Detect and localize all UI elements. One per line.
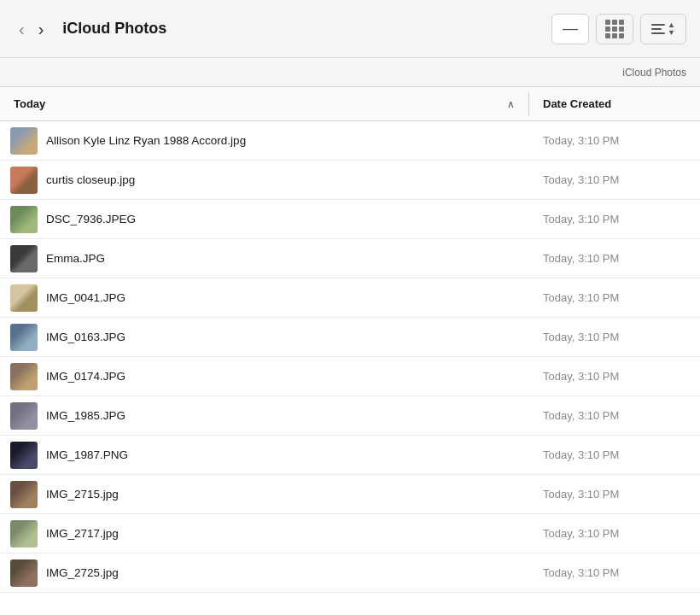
- file-thumbnail: [10, 284, 38, 312]
- file-info: IMG_2717.jpg: [0, 520, 529, 548]
- file-thumbnail: [10, 167, 38, 194]
- file-thumbnail: [10, 559, 38, 587]
- minimize-icon: —: [563, 20, 578, 38]
- table-row[interactable]: IMG_2717.jpg Today, 3:10 PM: [0, 514, 700, 554]
- date-column-header[interactable]: Date Created: [529, 97, 700, 110]
- file-thumbnail: [10, 245, 38, 272]
- toolbar: ‹ › iCloud Photos — ▲ ▼: [0, 0, 700, 58]
- forward-button[interactable]: ›: [33, 17, 50, 41]
- file-name: IMG_2725.jpg: [46, 566, 119, 579]
- file-thumbnail: [10, 324, 38, 351]
- file-thumbnail: [10, 206, 38, 233]
- file-name: Emma.JPG: [46, 252, 105, 265]
- file-name: IMG_0041.JPG: [46, 291, 125, 304]
- file-date: Today, 3:10 PM: [529, 566, 700, 579]
- file-date: Today, 3:10 PM: [529, 331, 700, 343]
- file-info: IMG_2725.jpg: [0, 559, 529, 587]
- file-date: Today, 3:10 PM: [529, 527, 700, 540]
- file-date: Today, 3:10 PM: [529, 370, 700, 383]
- file-name: IMG_2717.jpg: [46, 527, 119, 540]
- file-info: IMG_0041.JPG: [0, 284, 529, 312]
- file-date: Today, 3:10 PM: [529, 213, 700, 226]
- file-info: IMG_2715.jpg: [0, 481, 529, 508]
- file-thumbnail: [10, 520, 38, 548]
- file-date: Today, 3:10 PM: [529, 448, 700, 461]
- grid-view-button[interactable]: [596, 14, 633, 44]
- file-info: curtis closeup.jpg: [0, 167, 529, 194]
- location-text: iCloud Photos: [622, 67, 686, 79]
- table-row[interactable]: IMG_0174.JPG Today, 3:10 PM: [0, 357, 700, 396]
- file-date: Today, 3:10 PM: [529, 134, 700, 147]
- name-column-header[interactable]: Today ∧: [0, 97, 528, 110]
- file-name: curtis closeup.jpg: [46, 173, 135, 186]
- table-row[interactable]: IMG_1985.JPG Today, 3:10 PM: [0, 396, 700, 436]
- list-sort-button[interactable]: ▲ ▼: [640, 14, 686, 44]
- back-button[interactable]: ‹: [14, 17, 30, 41]
- file-info: IMG_1985.JPG: [0, 402, 529, 430]
- table-row[interactable]: IMG_2725.jpg Today, 3:10 PM: [0, 554, 700, 593]
- table-row[interactable]: IMG_1987.PNG Today, 3:10 PM: [0, 436, 700, 475]
- name-column-label: Today: [14, 97, 45, 110]
- file-info: IMG_0174.JPG: [0, 363, 529, 390]
- file-name: IMG_2715.jpg: [46, 488, 119, 501]
- file-name: IMG_0163.JPG: [46, 331, 125, 343]
- file-info: IMG_0163.JPG: [0, 324, 529, 351]
- sort-direction-icon: ∧: [507, 98, 515, 110]
- table-row[interactable]: IMG_2715.jpg Today, 3:10 PM: [0, 475, 700, 514]
- file-info: Emma.JPG: [0, 245, 529, 272]
- file-name: IMG_0174.JPG: [46, 370, 125, 383]
- file-thumbnail: [10, 442, 38, 469]
- file-name: Allison Kyle Linz Ryan 1988 Accord.jpg: [46, 134, 246, 147]
- file-date: Today, 3:10 PM: [529, 252, 700, 265]
- file-info: DSC_7936.JPEG: [0, 206, 529, 233]
- toolbar-actions: — ▲ ▼: [551, 14, 686, 44]
- file-date: Today, 3:10 PM: [529, 173, 700, 186]
- file-thumbnail: [10, 363, 38, 390]
- table-row[interactable]: Emma.JPG Today, 3:10 PM: [0, 239, 700, 278]
- date-column-label: Date Created: [543, 97, 611, 110]
- table-row[interactable]: IMG_0041.JPG Today, 3:10 PM: [0, 278, 700, 318]
- nav-buttons: ‹ ›: [14, 17, 49, 41]
- file-name: DSC_7936.JPEG: [46, 213, 136, 226]
- minimize-button[interactable]: —: [551, 14, 589, 44]
- list-icon: [651, 24, 665, 34]
- file-list: Allison Kyle Linz Ryan 1988 Accord.jpg T…: [0, 121, 700, 615]
- file-name: IMG_1985.JPG: [46, 409, 125, 422]
- file-thumbnail: [10, 481, 38, 508]
- sort-arrows-icon: ▲ ▼: [668, 21, 675, 37]
- table-row[interactable]: curtis closeup.jpg Today, 3:10 PM: [0, 161, 700, 200]
- column-headers: Today ∧ Date Created: [0, 87, 700, 121]
- file-date: Today, 3:10 PM: [529, 291, 700, 304]
- file-thumbnail: [10, 402, 38, 430]
- grid-icon: [605, 20, 624, 38]
- window-title: iCloud Photos: [62, 20, 545, 38]
- table-row[interactable]: Allison Kyle Linz Ryan 1988 Accord.jpg T…: [0, 121, 700, 161]
- file-name: IMG_1987.PNG: [46, 448, 128, 461]
- location-bar: iCloud Photos: [0, 58, 700, 87]
- table-row[interactable]: IMG_0163.JPG Today, 3:10 PM: [0, 318, 700, 357]
- file-date: Today, 3:10 PM: [529, 409, 700, 422]
- file-thumbnail: [10, 127, 38, 155]
- table-row[interactable]: DSC_7936.JPEG Today, 3:10 PM: [0, 200, 700, 239]
- file-info: IMG_1987.PNG: [0, 442, 529, 469]
- file-info: Allison Kyle Linz Ryan 1988 Accord.jpg: [0, 127, 529, 155]
- file-date: Today, 3:10 PM: [529, 488, 700, 501]
